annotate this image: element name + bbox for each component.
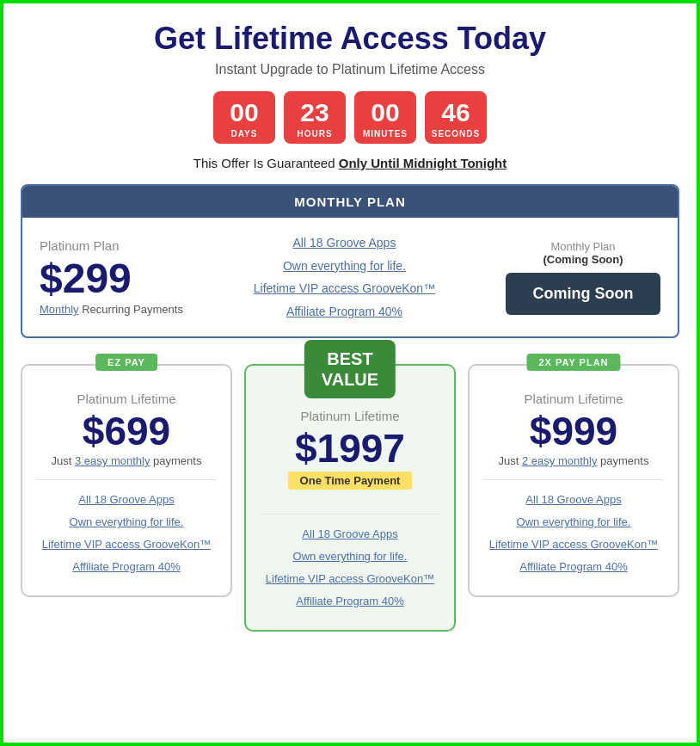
two-x-feature-1[interactable]: All 18 Groove Apps bbox=[483, 489, 664, 511]
monthly-plan-body: Platinum Plan $299 Monthly Recurring Pay… bbox=[22, 218, 678, 336]
countdown-seconds-label: SECONDS bbox=[430, 129, 482, 139]
best-value-feature-1[interactable]: All 18 Groove Apps bbox=[260, 523, 440, 546]
best-value-price: $1997 bbox=[260, 428, 440, 468]
monthly-right-label: Monthly Plan (Coming Soon) bbox=[506, 240, 660, 266]
monthly-feature-2[interactable]: Own everything for life. bbox=[200, 255, 488, 278]
ez-pay-note: Just 3 easy monthly payments bbox=[36, 454, 217, 467]
best-value-features: All 18 Groove Apps Own everything for li… bbox=[260, 523, 440, 613]
one-time-badge: One Time Payment bbox=[288, 472, 413, 490]
ez-pay-inner: Platinum Lifetime $699 Just 3 easy month… bbox=[22, 366, 230, 595]
best-value-card: BESTVALUE Platinum Lifetime $1997 One Ti… bbox=[244, 364, 456, 632]
ez-pay-feature-3[interactable]: Lifetime VIP access GrooveKon™ bbox=[36, 533, 217, 556]
monthly-plan-card: MONTHLY PLAN Platinum Plan $299 Monthly … bbox=[21, 184, 679, 338]
ez-pay-card: EZ PAY Platinum Lifetime $699 Just 3 eas… bbox=[21, 364, 232, 597]
monthly-plan-header: MONTHLY PLAN bbox=[22, 186, 678, 218]
coming-soon-button[interactable]: Coming Soon bbox=[506, 273, 660, 315]
monthly-plan-name: Platinum Plan bbox=[40, 238, 183, 253]
two-x-card: 2X PAY PLAN Platinum Lifetime $999 Just … bbox=[468, 364, 679, 597]
monthly-recurring-suffix: Recurring Payments bbox=[82, 303, 183, 316]
monthly-feature-3[interactable]: Lifetime VIP access GrooveKon™ bbox=[200, 277, 488, 300]
countdown-seconds-value: 46 bbox=[430, 100, 482, 126]
best-value-inner: Platinum Lifetime $1997 One Time Payment… bbox=[246, 366, 454, 630]
best-value-feature-2[interactable]: Own everything for life. bbox=[260, 546, 440, 568]
ez-pay-badge: EZ PAY bbox=[95, 354, 157, 371]
ez-pay-feature-2[interactable]: Own everything for life. bbox=[36, 511, 217, 533]
countdown-hours: 23 HOURS bbox=[284, 91, 346, 144]
countdown-seconds: 46 SECONDS bbox=[425, 91, 487, 144]
countdown-days-value: 00 bbox=[218, 100, 270, 126]
countdown-hours-label: HOURS bbox=[289, 129, 341, 139]
main-title: Get Lifetime Access Today bbox=[21, 21, 679, 57]
countdown-days-label: DAYS bbox=[218, 129, 270, 139]
ez-pay-note-suffix: payments bbox=[150, 454, 201, 467]
two-x-divider bbox=[483, 479, 664, 480]
best-value-type: Platinum Lifetime bbox=[260, 409, 440, 423]
ez-pay-features: All 18 Groove Apps Own everything for li… bbox=[36, 489, 217, 578]
countdown-hours-value: 23 bbox=[289, 100, 341, 126]
countdown-minutes: 00 MINUTES bbox=[354, 91, 416, 144]
ez-pay-feature-4[interactable]: Affiliate Program 40% bbox=[36, 556, 217, 578]
offer-text: This Offer Is Guaranteed Only Until Midn… bbox=[21, 156, 679, 170]
ez-pay-divider bbox=[36, 479, 217, 480]
countdown-days: 00 DAYS bbox=[213, 91, 275, 144]
two-x-note-suffix: payments bbox=[597, 454, 648, 467]
best-value-divider bbox=[260, 514, 440, 515]
two-x-price: $999 bbox=[483, 411, 664, 451]
ez-pay-note-prefix: Just bbox=[52, 454, 75, 467]
best-value-badge: BESTVALUE bbox=[304, 340, 396, 398]
countdown-minutes-label: MINUTES bbox=[359, 129, 411, 139]
countdown-minutes-value: 00 bbox=[359, 100, 411, 126]
two-x-type: Platinum Lifetime bbox=[483, 391, 664, 406]
two-x-badge: 2X PAY PLAN bbox=[526, 354, 620, 371]
best-value-feature-4[interactable]: Affiliate Program 40% bbox=[260, 590, 440, 613]
page-header: Get Lifetime Access Today Instant Upgrad… bbox=[21, 21, 679, 77]
two-x-note-prefix: Just bbox=[499, 454, 522, 467]
two-x-feature-2[interactable]: Own everything for life. bbox=[483, 511, 664, 533]
ez-pay-type: Platinum Lifetime bbox=[36, 391, 217, 406]
monthly-feature-4[interactable]: Affiliate Program 40% bbox=[200, 300, 488, 324]
offer-text-link: Only Until Midnight Tonight bbox=[339, 156, 507, 170]
monthly-features: All 18 Groove Apps Own everything for li… bbox=[200, 231, 488, 323]
monthly-feature-1[interactable]: All 18 Groove Apps bbox=[200, 231, 488, 255]
two-x-inner: Platinum Lifetime $999 Just 2 easy month… bbox=[470, 366, 678, 595]
monthly-recurring-link[interactable]: Monthly bbox=[40, 303, 79, 316]
ez-pay-feature-1[interactable]: All 18 Groove Apps bbox=[36, 489, 217, 511]
ez-pay-price: $699 bbox=[36, 411, 217, 451]
sub-title: Instant Upgrade to Platinum Lifetime Acc… bbox=[21, 62, 679, 77]
pricing-cards: EZ PAY Platinum Lifetime $699 Just 3 eas… bbox=[21, 364, 679, 632]
best-value-feature-3[interactable]: Lifetime VIP access GrooveKon™ bbox=[260, 568, 440, 590]
two-x-note: Just 2 easy monthly payments bbox=[483, 454, 664, 467]
monthly-plan-price: $299 bbox=[40, 258, 183, 299]
monthly-plan-right: Monthly Plan (Coming Soon) Coming Soon bbox=[506, 240, 660, 315]
two-x-note-link[interactable]: 2 easy monthly bbox=[522, 454, 597, 467]
ez-pay-note-link[interactable]: 3 easy monthly bbox=[75, 454, 150, 467]
two-x-feature-4[interactable]: Affiliate Program 40% bbox=[483, 556, 664, 578]
two-x-features: All 18 Groove Apps Own everything for li… bbox=[483, 489, 664, 578]
monthly-recurring: Monthly Recurring Payments bbox=[40, 303, 183, 316]
monthly-plan-left: Platinum Plan $299 Monthly Recurring Pay… bbox=[40, 238, 183, 316]
countdown-timer: 00 DAYS 23 HOURS 00 MINUTES 46 SECONDS bbox=[21, 91, 679, 144]
two-x-feature-3[interactable]: Lifetime VIP access GrooveKon™ bbox=[483, 533, 664, 556]
offer-text-prefix: This Offer Is Guaranteed bbox=[193, 156, 339, 170]
